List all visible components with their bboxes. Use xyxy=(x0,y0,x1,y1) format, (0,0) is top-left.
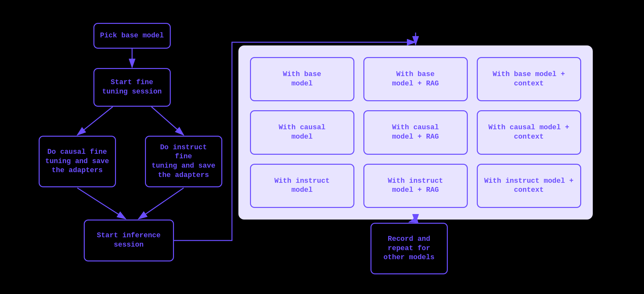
with-causal-model-box: With causal model xyxy=(250,110,354,154)
with-base-model-box: With base model xyxy=(250,57,354,101)
inference-options-grid: With base model With base model + RAG Wi… xyxy=(238,45,593,220)
start-inference-box: Start inference session xyxy=(84,220,174,261)
causal-fine-tuning-box: Do causal fine tuning and save the adapt… xyxy=(39,136,116,187)
pick-base-model-label: Pick base model xyxy=(100,31,164,41)
with-causal-model-label: With causal model xyxy=(279,123,325,142)
with-causal-model-rag-box: With causal model + RAG xyxy=(363,110,468,154)
start-fine-tuning-box: Start fine tuning session xyxy=(93,68,171,107)
start-inference-label: Start inference session xyxy=(97,231,160,250)
instruct-fine-tuning-label: Do instruct fine tuning and save the ada… xyxy=(151,143,216,180)
with-causal-model-context-label: With causal model + context xyxy=(488,123,569,142)
with-base-model-rag-box: With base model + RAG xyxy=(363,57,468,101)
flowchart-diagram: Pick base model Start fine tuning sessio… xyxy=(32,13,612,281)
with-instruct-model-rag-box: With instruct model + RAG xyxy=(363,164,468,208)
svg-line-6 xyxy=(139,188,184,219)
with-base-model-label: With base model xyxy=(283,70,321,88)
with-instruct-model-rag-label: With instruct model + RAG xyxy=(388,177,443,195)
causal-fine-tuning-label: Do causal fine tuning and save the adapt… xyxy=(45,148,109,175)
with-base-model-context-label: With base model + context xyxy=(493,70,565,88)
record-repeat-box: Record and repeat for other models xyxy=(370,223,448,274)
svg-line-5 xyxy=(77,188,126,219)
left-section: Pick base model Start fine tuning sessio… xyxy=(32,13,232,281)
with-causal-model-context-box: With causal model + context xyxy=(477,110,581,154)
start-fine-tuning-label: Start fine tuning session xyxy=(102,78,162,96)
with-causal-model-rag-label: With causal model + RAG xyxy=(392,123,439,142)
right-section: With base model With base model + RAG Wi… xyxy=(232,13,612,281)
with-base-model-rag-label: With base model + RAG xyxy=(392,70,439,88)
svg-line-3 xyxy=(77,107,113,135)
with-instruct-model-box: With instruct model xyxy=(250,164,354,208)
record-repeat-label: Record and repeat for other models xyxy=(383,235,434,262)
svg-line-9 xyxy=(409,220,416,222)
with-instruct-model-label: With instruct model xyxy=(274,177,330,195)
with-instruct-model-context-box: With instruct model + context xyxy=(477,164,581,208)
with-instruct-model-context-label: With instruct model + context xyxy=(484,177,573,195)
pick-base-model-box: Pick base model xyxy=(93,23,171,49)
svg-line-4 xyxy=(151,107,184,135)
with-base-model-context-box: With base model + context xyxy=(477,57,581,101)
instruct-fine-tuning-box: Do instruct fine tuning and save the ada… xyxy=(145,136,222,187)
